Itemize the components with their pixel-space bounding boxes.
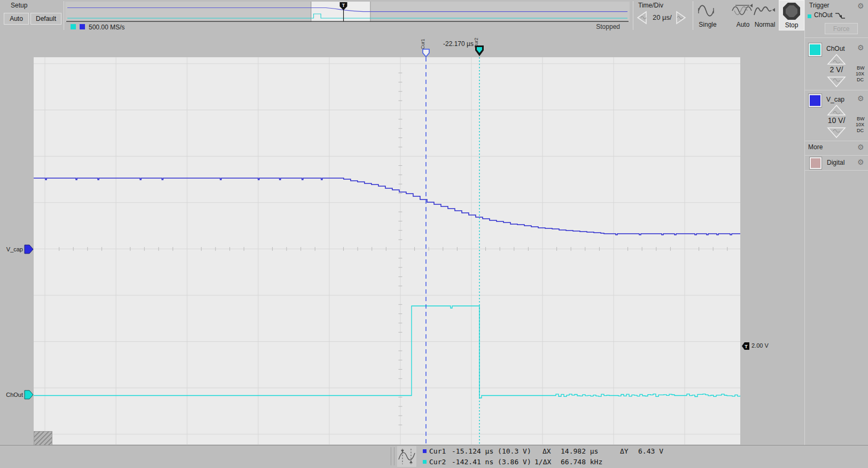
normal-icon — [753, 3, 777, 18]
cursor-tool-button[interactable] — [397, 446, 416, 467]
vcap-attenuation-label: 10X — [856, 122, 864, 127]
vcap-zero-marker[interactable] — [24, 244, 34, 254]
svg-text:T: T — [342, 3, 345, 8]
chout-scale-up-button[interactable] — [827, 53, 846, 65]
trigger-level-marker[interactable]: T — [741, 342, 750, 350]
vcap-color-swatch — [80, 24, 85, 29]
acquisition-status: Stopped — [561, 23, 620, 30]
setup-auto-button[interactable]: Auto — [4, 13, 29, 25]
setup-title: Setup — [11, 2, 27, 9]
cursor1-top-label: Cur1 — [420, 31, 425, 49]
vcap-scale-down-button[interactable] — [827, 127, 846, 139]
timebase-separator — [693, 1, 693, 30]
trigger-gear-icon[interactable]: ⚙ — [857, 2, 864, 10]
stop-button[interactable]: Stop — [779, 0, 804, 30]
vcap-zero-label: V_cap — [0, 246, 23, 252]
svg-text:T: T — [745, 344, 748, 349]
trigger-title: Trigger — [809, 2, 830, 9]
timebase-title: Time/Div — [638, 2, 663, 9]
chout-color-swatch — [71, 24, 76, 29]
falling-edge-icon — [835, 12, 846, 20]
normal-trigger-button[interactable]: Normal — [751, 1, 778, 30]
chout-zero-label: ChOut — [0, 392, 23, 398]
cursor1-handle[interactable] — [422, 49, 430, 57]
trigger-source[interactable]: ChOut — [814, 11, 833, 19]
chout-scale-value[interactable]: 2 V/ — [826, 65, 847, 74]
trigger-level-value: 2.00 V — [751, 342, 769, 349]
cursor1-swatch — [423, 449, 427, 453]
single-button[interactable]: Single — [695, 1, 720, 30]
chout-gear-icon[interactable]: ⚙ — [857, 43, 864, 52]
more-row[interactable]: More — [808, 143, 823, 151]
vcap-channel-label: V_cap — [826, 96, 844, 103]
timebase-increase-button[interactable] — [675, 10, 687, 25]
chout-coupling-label: DC — [857, 77, 864, 82]
cursor2-name: Cur2 — [429, 458, 446, 466]
chout-attenuation-label: 10X — [856, 71, 864, 76]
stop-icon — [782, 2, 801, 20]
vcap-gear-icon[interactable]: ⚙ — [857, 94, 864, 103]
chout-scale-down-button[interactable] — [827, 76, 846, 88]
chout-channel-checkbox[interactable] — [809, 43, 821, 56]
setup-separator — [64, 1, 64, 30]
digital-checkbox[interactable] — [810, 157, 821, 169]
timebase-value[interactable]: 20 µs/ — [653, 13, 672, 21]
cursor2-swatch — [423, 460, 427, 464]
bar-grip — [394, 447, 394, 465]
sidebar-border — [804, 0, 805, 468]
digital-gear-icon[interactable]: ⚙ — [857, 158, 864, 166]
cursor2-value: -142.41 ns (3.86 V) — [452, 458, 531, 466]
more-gear-icon[interactable]: ⚙ — [857, 143, 864, 151]
bar-grip — [391, 447, 391, 465]
chout-zero-marker[interactable] — [24, 390, 34, 400]
vcap-coupling-label: DC — [857, 128, 864, 133]
delta-y-label: ΔY — [620, 447, 629, 455]
setup-default-button[interactable]: Default — [30, 13, 61, 25]
inverse-delta-x-value: 66.748 kHz — [561, 458, 602, 466]
cursor-tool-icon — [397, 446, 416, 467]
vcap-scale-value[interactable]: 10 V/ — [825, 116, 848, 125]
cursor1-name: Cur1 — [429, 447, 446, 455]
vcap-scale-up-button[interactable] — [827, 104, 846, 116]
oscilloscope-app: Setup Auto Default T 500.00 MS/s Stopped… — [0, 0, 868, 468]
trigger-source-swatch — [808, 14, 811, 18]
trigger-force-button[interactable]: Force — [825, 23, 858, 34]
sample-rate-label: 500.00 MS/s — [89, 24, 125, 31]
vcap-channel-checkbox[interactable] — [809, 94, 821, 107]
timeline-separator — [633, 1, 633, 30]
timeline-strip: T 500.00 MS/s Stopped — [65, 2, 630, 30]
digital-label: Digital — [827, 159, 844, 166]
single-icon — [697, 3, 718, 18]
cursor1-value: -15.124 µs (10.3 V) — [452, 447, 531, 455]
timebase-decrease-button[interactable] — [636, 10, 648, 25]
horizontal-offset-label: -22.170 µs — [443, 40, 474, 48]
trigger-position-marker[interactable] — [474, 45, 485, 57]
plot-background — [34, 57, 740, 444]
inverse-delta-x-label: 1/ΔX — [534, 458, 551, 466]
chout-bw-label: BW — [857, 65, 865, 71]
delta-x-value: 14.982 µs — [561, 447, 598, 455]
delta-x-label: ΔX — [542, 447, 551, 455]
vcap-bw-label: BW — [857, 116, 865, 121]
timeline-overview[interactable]: T — [65, 2, 630, 22]
chout-channel-label: ChOut — [826, 45, 845, 52]
delta-y-value: 6.43 V — [638, 447, 663, 455]
plot-area[interactable] — [34, 57, 740, 444]
